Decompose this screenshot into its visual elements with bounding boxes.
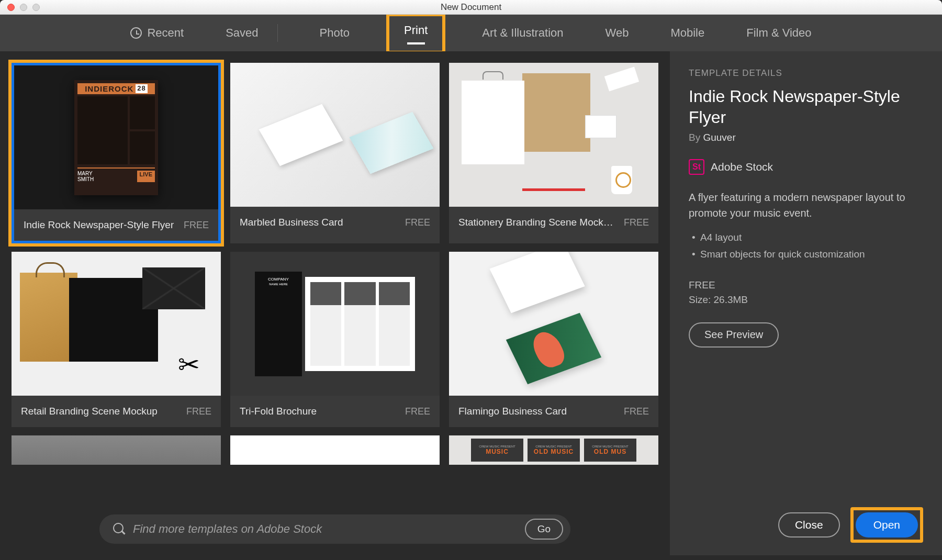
tab-art-illustration[interactable]: Art & Illustration [477, 23, 568, 43]
tab-recent[interactable]: Recent [125, 23, 189, 43]
tab-label: Film & Video [746, 26, 811, 40]
search-go-button[interactable]: Go [525, 519, 563, 540]
template-card-peek-1[interactable] [12, 435, 221, 465]
template-name: Retail Branding Scene Mockup [21, 406, 158, 417]
close-button[interactable]: Close [778, 512, 840, 537]
details-byline: By Guuver [689, 132, 923, 143]
see-preview-button[interactable]: See Preview [689, 322, 779, 348]
search-icon [113, 523, 126, 535]
tab-label: Saved [226, 26, 258, 40]
stock-search-input[interactable] [133, 522, 518, 536]
tutorial-highlight-open-button: Open [850, 507, 923, 543]
new-document-window: New Document Recent Saved Photo Print Ar… [0, 0, 942, 555]
template-card-marbled-business-card[interactable]: Marbled Business CardFREE [230, 63, 440, 243]
template-thumbnail: COMPANYNAME HERE [230, 252, 440, 396]
template-thumbnail [449, 63, 658, 207]
tutorial-highlight-print-tab: Print [386, 13, 445, 54]
template-details-panel: TEMPLATE DETAILS Indie Rock Newspaper-St… [670, 51, 942, 555]
tab-mobile[interactable]: Mobile [665, 23, 710, 43]
stock-search-box: Go [99, 514, 570, 544]
template-thumbnail: INDIEROCK28 MARYSMITHLIVE [14, 65, 218, 209]
tab-print[interactable]: Print [404, 24, 428, 37]
template-card-retail-branding[interactable]: ✂ Retail Branding Scene MockupFREE [12, 252, 221, 427]
details-template-name: Indie Rock Newspaper-Style Flyer [689, 86, 923, 128]
template-card-peek-3[interactable]: CREW MUSIC PRESENTMUSIC CREW MUSIC PRESE… [449, 435, 658, 465]
search-row: Go [0, 503, 670, 555]
adobe-stock-label: Adobe Stock [711, 161, 773, 173]
adobe-stock-link[interactable]: St Adobe Stock [689, 159, 923, 175]
template-price: FREE [405, 217, 430, 228]
template-card-flamingo-business-card[interactable]: Flamingo Business CardFREE [449, 252, 658, 427]
window-title: New Document [0, 2, 942, 13]
template-price: FREE [624, 217, 649, 228]
details-size: Size: 26.3MB [689, 293, 923, 308]
template-card-peek-2[interactable] [230, 435, 440, 465]
template-name: Marbled Business Card [240, 217, 343, 228]
template-name: Stationery Branding Scene Mock… [458, 217, 613, 228]
template-name: Tri-Fold Brochure [240, 406, 317, 417]
template-price: FREE [405, 406, 430, 417]
tab-web[interactable]: Web [600, 23, 634, 43]
template-thumbnail [230, 63, 440, 207]
dialog-footer-buttons: Close Open [689, 507, 923, 543]
template-price: FREE [184, 220, 209, 231]
template-card-trifold-brochure[interactable]: COMPANYNAME HERE Tri-Fold BrochureFREE [230, 252, 440, 427]
tab-photo[interactable]: Photo [315, 23, 355, 43]
template-name: Indie Rock Newspaper-Style Flyer [24, 219, 174, 231]
template-name: Flamingo Business Card [458, 406, 567, 417]
feature-item: A4 layout [689, 229, 923, 246]
clock-icon [130, 27, 142, 39]
tab-film-video[interactable]: Film & Video [741, 23, 816, 43]
details-description: A flyer featuring a modern newspaper lay… [689, 189, 923, 221]
tab-label: Art & Illustration [482, 26, 563, 40]
details-heading: TEMPLATE DETAILS [689, 68, 923, 79]
template-price: FREE [186, 406, 211, 417]
tab-label: Web [605, 26, 629, 40]
details-feature-list: A4 layout Smart objects for quick custom… [689, 229, 923, 263]
feature-item: Smart objects for quick customization [689, 246, 923, 263]
template-gallery[interactable]: INDIEROCK28 MARYSMITHLIVE Indie Rock New… [0, 51, 670, 503]
details-meta: FREE Size: 26.3MB [689, 278, 923, 308]
titlebar: New Document [0, 0, 942, 15]
adobe-stock-icon: St [689, 159, 704, 175]
tab-label: Photo [320, 26, 350, 40]
template-thumbnail [449, 252, 658, 396]
tab-saved[interactable]: Saved [220, 21, 283, 45]
template-price: FREE [624, 406, 649, 417]
tab-label: Print [404, 24, 428, 37]
category-tabs: Recent Saved Photo Print Art & Illustrat… [0, 15, 942, 51]
template-card-indie-rock-flyer[interactable]: INDIEROCK28 MARYSMITHLIVE Indie Rock New… [12, 63, 221, 243]
template-thumbnail: ✂ [12, 252, 221, 396]
open-button[interactable]: Open [856, 512, 918, 537]
tab-label: Mobile [670, 26, 704, 40]
details-price: FREE [689, 278, 923, 293]
template-card-stationery-branding[interactable]: Stationery Branding Scene Mock…FREE [449, 63, 658, 243]
tab-label: Recent [147, 26, 184, 40]
details-author[interactable]: Guuver [703, 132, 735, 143]
